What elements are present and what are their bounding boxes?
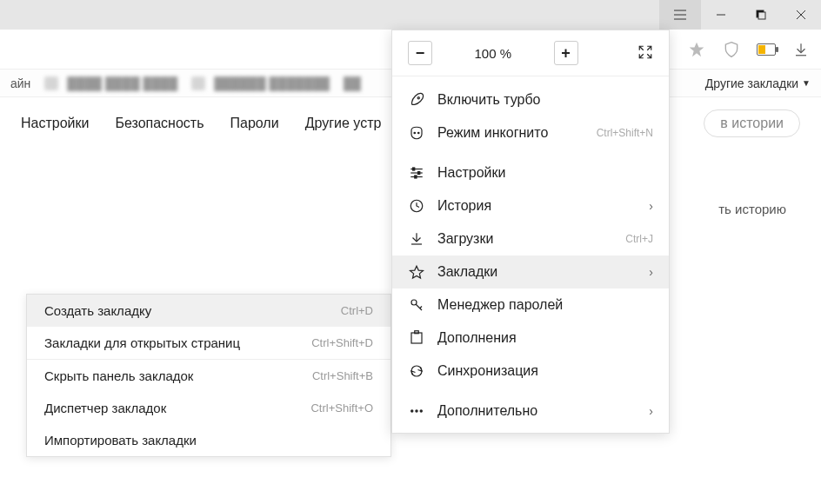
menu-turbo[interactable]: Включить турбо (392, 83, 669, 116)
menu-label: Включить турбо (437, 92, 541, 108)
bookmarks-bar-item[interactable]: ██████ ███████ (191, 76, 330, 90)
svg-marker-27 (410, 266, 424, 278)
refresh-icon (408, 363, 425, 379)
svg-point-16 (414, 132, 416, 134)
shortcut-label: Ctrl+Shift+O (310, 401, 373, 414)
tab-settings[interactable]: Настройки (21, 116, 89, 131)
menu-history[interactable]: История › (392, 189, 669, 222)
shortcut-label: Ctrl+Shift+B (312, 369, 373, 382)
submenu-import-bookmarks[interactable]: Импортировать закладки (27, 424, 390, 456)
clock-icon (408, 198, 425, 214)
submenu-label: Диспетчер закладок (44, 401, 166, 415)
svg-line-30 (420, 307, 422, 308)
submenu-bookmark-open-tabs[interactable]: Закладки для открытых страниц Ctrl+Shift… (27, 327, 390, 359)
zoom-out-button[interactable]: − (408, 41, 432, 65)
menu-addons[interactable]: Дополнения (392, 322, 669, 355)
shield-icon[interactable] (722, 40, 741, 59)
download-icon[interactable] (791, 40, 811, 59)
key-icon (408, 297, 425, 313)
tab-security[interactable]: Безопасность (115, 116, 204, 131)
dots-icon (408, 403, 425, 419)
tab-passwords[interactable]: Пароли (230, 116, 279, 131)
chevron-right-icon: › (649, 199, 653, 213)
menu-label: Загрузки (437, 231, 493, 247)
shortcut-label: Ctrl+Shift+D (311, 336, 373, 349)
other-bookmarks-button[interactable]: Другие закладки ▼ (705, 76, 811, 90)
star-outline-icon (408, 264, 425, 280)
menu-label: Дополнения (437, 330, 517, 346)
shortcut-label: Ctrl+Shift+N (597, 127, 653, 139)
window-maximize-button[interactable] (741, 0, 781, 30)
clear-history-link[interactable]: ть историю (718, 202, 786, 216)
window-minimize-button[interactable] (701, 0, 741, 30)
svg-rect-32 (415, 331, 419, 334)
zoom-in-button[interactable]: + (554, 41, 578, 65)
battery-icon (757, 40, 776, 59)
menu-label: Настройки (437, 165, 505, 181)
shortcut-label: Ctrl+D (341, 304, 373, 317)
submenu-create-bookmark[interactable]: Создать закладку Ctrl+D (27, 295, 390, 327)
submenu-label: Закладки для открытых страниц (44, 335, 240, 350)
menu-bookmarks[interactable]: Закладки › (392, 255, 669, 288)
chevron-right-icon: › (649, 404, 653, 418)
menu-label: Дополнительно (437, 403, 537, 419)
shortcut-label: Ctrl+J (625, 233, 653, 245)
window-close-button[interactable] (781, 0, 821, 30)
menu-incognito[interactable]: Режим инкогнито Ctrl+Shift+N (392, 116, 669, 149)
rocket-icon (408, 92, 425, 108)
puzzle-icon (408, 330, 425, 346)
svg-point-35 (420, 410, 422, 412)
chevron-down-icon: ▼ (802, 78, 811, 88)
menu-label: Режим инкогнито (437, 125, 548, 141)
svg-point-34 (416, 410, 417, 412)
svg-point-28 (411, 300, 417, 305)
menu-password-manager[interactable]: Менеджер паролей (392, 288, 669, 322)
window-titlebar (0, 0, 821, 30)
svg-line-14 (647, 54, 651, 58)
zoom-value: 100 % (474, 46, 511, 61)
svg-line-13 (639, 54, 644, 58)
download-icon (408, 231, 425, 247)
bookmarks-bar-item[interactable]: ██ (344, 76, 361, 90)
star-icon[interactable] (687, 40, 706, 59)
menu-label: Синхронизация (437, 363, 538, 379)
menu-label: История (437, 198, 491, 214)
chevron-right-icon: › (649, 265, 653, 279)
menu-label: Закладки (437, 264, 497, 280)
svg-point-33 (411, 410, 413, 412)
other-bookmarks-label: Другие закладки (705, 76, 798, 90)
main-menu: − 100 % + Включить турбо Режим инкогнито… (391, 30, 670, 434)
svg-rect-23 (415, 176, 417, 178)
svg-rect-31 (411, 333, 422, 343)
menu-settings[interactable]: Настройки (392, 156, 669, 189)
svg-line-11 (639, 46, 644, 50)
bookmarks-bar-item-label: айн (10, 76, 30, 90)
menu-sync[interactable]: Синхронизация (392, 355, 669, 388)
submenu-label: Скрыть панель закладок (44, 368, 193, 383)
menu-label: Менеджер паролей (437, 297, 563, 313)
submenu-bookmark-manager[interactable]: Диспетчер закладок Ctrl+Shift+O (27, 392, 390, 424)
svg-line-12 (647, 46, 651, 50)
hamburger-menu-button[interactable] (659, 0, 701, 30)
submenu-hide-bookmarks-bar[interactable]: Скрыть панель закладок Ctrl+Shift+B (27, 360, 390, 392)
tab-other-devices[interactable]: Другие устр (305, 116, 382, 131)
history-search-input[interactable]: в истории (704, 109, 800, 137)
svg-point-15 (417, 97, 419, 99)
menu-downloads[interactable]: Загрузки Ctrl+J (392, 222, 669, 255)
submenu-label: Создать закладку (44, 303, 151, 318)
svg-rect-22 (418, 172, 420, 175)
fullscreen-button[interactable] (637, 44, 653, 63)
bookmarks-bar-item[interactable]: ████ ████ ████ (44, 76, 177, 90)
svg-point-17 (418, 132, 420, 134)
sliders-icon (408, 165, 425, 181)
svg-rect-21 (413, 168, 415, 170)
svg-marker-8 (690, 42, 704, 56)
zoom-controls: − 100 % + (392, 30, 669, 76)
menu-more[interactable]: Дополнительно › (392, 395, 669, 428)
incognito-icon (408, 125, 425, 141)
svg-rect-5 (758, 12, 765, 19)
bookmarks-submenu: Создать закладку Ctrl+D Закладки для отк… (26, 294, 391, 457)
submenu-label: Импортировать закладки (44, 433, 197, 448)
